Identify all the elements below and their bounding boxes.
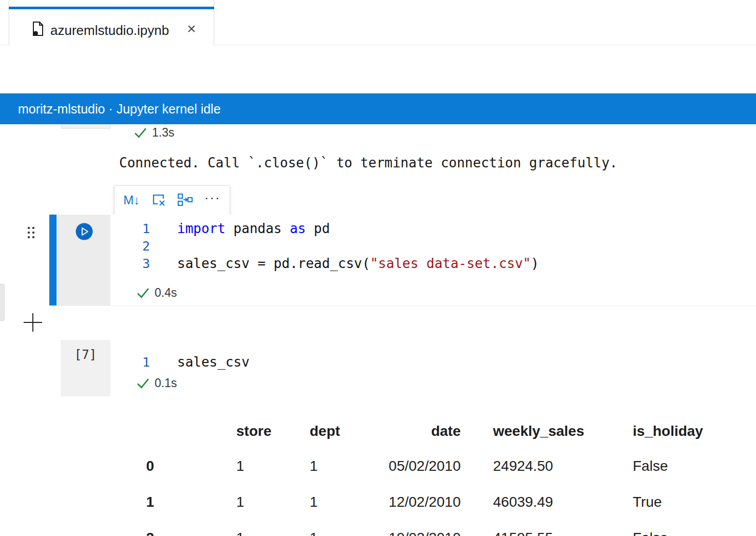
table-header-row: store dept date weekly_sales is_holiday xyxy=(92,423,735,439)
kernel-status-text: moritz-mlstudio · Jupyter kernel idle xyxy=(18,102,221,117)
code-cell[interactable]: 1 import pandas as pd 2 3 sales_csv = pd… xyxy=(49,215,756,306)
row-index: 2 xyxy=(92,530,154,536)
cell-dept: 1 xyxy=(310,530,376,536)
check-icon xyxy=(136,286,150,300)
tab-title: azuremlstudio.ipynb xyxy=(50,23,169,39)
code-line[interactable]: 1 sales_csv xyxy=(110,353,250,371)
line-number: 1 xyxy=(110,355,150,370)
code-line[interactable]: 1 import pandas as pd xyxy=(110,220,539,237)
table-row: 2 1 1 19/02/2010 41595.55 False xyxy=(92,530,735,536)
check-icon xyxy=(136,376,150,390)
line-number: 1 xyxy=(110,221,150,236)
line-number: 3 xyxy=(110,256,150,271)
cell-status: 0.1s xyxy=(136,376,177,390)
cell-date: 05/02/2010 xyxy=(376,458,461,474)
column-header: date xyxy=(376,423,461,439)
notebook-window: azuremlstudio.ipynb × xyxy=(0,0,756,536)
elapsed-time: 0.1s xyxy=(155,376,177,390)
cell-date: 12/02/2010 xyxy=(376,494,461,510)
cell-date: 19/02/2010 xyxy=(376,530,461,536)
markdown-icon: M↓ xyxy=(123,193,140,207)
cell-toolbar: M↓ ··· xyxy=(114,185,230,215)
convert-to-markdown-button[interactable]: M↓ xyxy=(120,189,144,212)
cell-gutter: [7] xyxy=(61,340,110,396)
tab-close-icon[interactable]: × xyxy=(187,21,196,37)
cell-output-text: Connected. Call `.close()` to terminate … xyxy=(119,155,618,170)
clear-cell-output-icon[interactable] xyxy=(147,189,171,212)
cell-is-holiday: True xyxy=(633,494,735,510)
table-row: 1 1 1 12/02/2010 46039.49 True xyxy=(92,494,735,510)
column-header: is_holiday xyxy=(633,423,735,439)
cell-dept: 1 xyxy=(310,494,376,510)
cell-store: 1 xyxy=(236,494,310,510)
kernel-status-bar[interactable]: moritz-mlstudio · Jupyter kernel idle xyxy=(0,93,756,124)
notebook-file-icon xyxy=(31,21,45,39)
code-editor[interactable]: 1 sales_csv xyxy=(110,353,250,371)
notebook-toolbar: (x) xyxy=(0,45,756,93)
code-cell[interactable]: [7] 1 sales_csv 0.1s xyxy=(61,340,756,397)
elapsed-time: 1.3s xyxy=(152,126,174,140)
active-tab-accent xyxy=(9,7,214,9)
notebook-content: 1.3s Connected. Call `.close()` to termi… xyxy=(0,124,756,536)
run-cell-button[interactable] xyxy=(75,222,93,241)
column-header: dept xyxy=(310,423,376,439)
cell-weekly-sales: 24924.50 xyxy=(493,458,599,474)
execution-count: [7] xyxy=(74,348,97,362)
selected-cell-indicator xyxy=(49,215,56,305)
ellipsis-icon: ··· xyxy=(204,190,221,211)
cell-store: 1 xyxy=(236,530,310,536)
column-header: store xyxy=(236,423,310,439)
tab-azuremlstudio[interactable]: azuremlstudio.ipynb × xyxy=(9,0,214,45)
column-header: weekly_sales xyxy=(493,423,599,439)
cell-status: 0.4s xyxy=(136,286,177,300)
cell-weekly-sales: 46039.49 xyxy=(493,494,599,510)
cell-store: 1 xyxy=(236,458,310,474)
cell-weekly-sales: 41595.55 xyxy=(493,530,599,536)
column-header xyxy=(92,423,154,439)
previous-cell-gutter xyxy=(61,124,110,129)
check-icon xyxy=(134,126,147,140)
more-actions-button[interactable]: ··· xyxy=(201,189,225,212)
line-number: 2 xyxy=(110,239,150,254)
add-cell-button[interactable] xyxy=(23,312,43,333)
code-line[interactable]: 3 sales_csv = pd.read_csv("sales data-se… xyxy=(110,255,539,272)
split-cell-icon[interactable] xyxy=(174,189,198,212)
tab-bar: azuremlstudio.ipynb × xyxy=(0,0,756,45)
previous-cell-status: 1.3s xyxy=(134,126,174,140)
cell-is-holiday: False xyxy=(633,530,735,536)
scrollbar-thumb[interactable] xyxy=(0,284,5,321)
cell-is-holiday: False xyxy=(633,458,735,474)
table-row: 0 1 1 05/02/2010 24924.50 False xyxy=(92,458,735,474)
code-editor[interactable]: 1 import pandas as pd 2 3 sales_csv = pd… xyxy=(110,220,539,272)
cell-drag-handle[interactable] xyxy=(28,227,39,239)
code-line[interactable]: 2 xyxy=(110,237,539,255)
cell-dept: 1 xyxy=(310,458,376,474)
elapsed-time: 0.4s xyxy=(155,286,177,300)
row-index: 0 xyxy=(92,458,154,474)
row-index: 1 xyxy=(92,494,154,510)
